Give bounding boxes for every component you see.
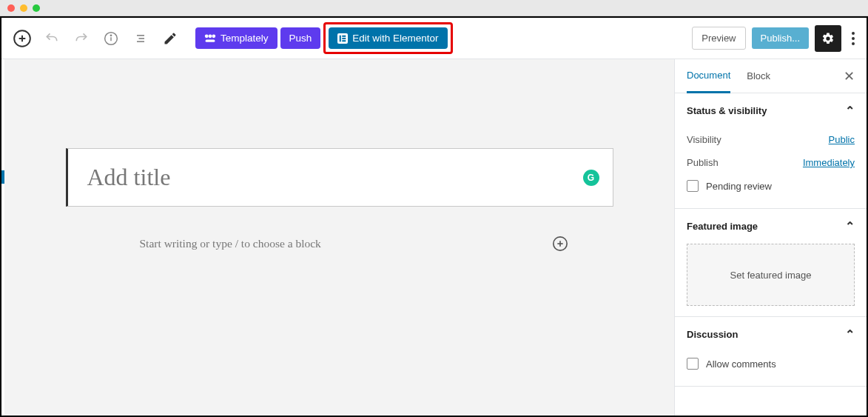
svg-rect-16 <box>343 40 346 41</box>
title-placeholder: Add title <box>87 164 171 190</box>
chevron-up-icon: ⌃ <box>845 327 855 341</box>
browser-titlebar <box>0 0 868 16</box>
svg-point-11 <box>212 34 215 38</box>
svg-point-5 <box>110 35 111 36</box>
allow-comments-checkbox[interactable] <box>687 358 699 370</box>
visibility-value[interactable]: Public <box>829 134 855 145</box>
editor-toolbar: Templately Push Edit with Elementor Prev… <box>1 18 867 59</box>
publish-value[interactable]: Immediately <box>803 157 855 168</box>
highlight-box: Edit with Elementor <box>323 22 452 54</box>
window-maximize-icon[interactable] <box>33 4 40 12</box>
pending-review-label: Pending review <box>706 181 772 192</box>
panel-featured-title: Featured image <box>687 221 758 232</box>
panel-status-title: Status & visibility <box>687 105 767 116</box>
publish-label: Publish <box>687 157 719 168</box>
grammarly-icon[interactable]: G <box>583 170 599 186</box>
pending-review-checkbox[interactable] <box>687 180 699 192</box>
svg-rect-13 <box>340 35 341 41</box>
allow-comments-label: Allow comments <box>706 358 776 370</box>
preview-label: Preview <box>702 33 736 44</box>
redo-button[interactable] <box>68 25 95 52</box>
window-minimize-icon[interactable] <box>20 4 27 12</box>
chevron-up-icon: ⌃ <box>845 219 855 233</box>
templately-icon <box>204 33 216 44</box>
svg-rect-12 <box>206 39 215 41</box>
featured-image-label: Set featured image <box>730 270 812 281</box>
svg-point-10 <box>209 34 212 38</box>
templately-button[interactable]: Templately <box>195 27 277 49</box>
outline-button[interactable] <box>127 25 154 52</box>
add-block-button[interactable] <box>9 25 36 52</box>
elementor-icon <box>337 33 348 44</box>
svg-point-9 <box>205 34 209 38</box>
panel-discussion-title: Discussion <box>687 329 738 340</box>
svg-rect-15 <box>343 37 346 39</box>
panel-featured-toggle[interactable]: Featured image ⌃ <box>675 209 867 244</box>
visibility-label: Visibility <box>687 134 721 145</box>
set-featured-image-button[interactable]: Set featured image <box>687 244 855 306</box>
post-title-input[interactable]: Add title G <box>66 148 613 207</box>
tab-block[interactable]: Block <box>747 60 770 92</box>
settings-sidebar: Document Block ✕ Status & visibility ⌃ V… <box>674 59 867 416</box>
tab-document[interactable]: Document <box>687 59 730 93</box>
window-close-icon[interactable] <box>7 4 15 12</box>
publish-label: Publish... <box>761 33 800 44</box>
push-button[interactable]: Push <box>280 27 321 49</box>
svg-rect-14 <box>343 35 346 36</box>
publish-button[interactable]: Publish... <box>752 27 809 49</box>
templately-label: Templately <box>221 33 269 44</box>
inline-add-block-button[interactable] <box>551 235 569 253</box>
chevron-up-icon: ⌃ <box>845 104 855 118</box>
elementor-label: Edit with Elementor <box>352 33 438 44</box>
undo-button[interactable] <box>38 25 65 52</box>
edit-with-elementor-button[interactable]: Edit with Elementor <box>329 27 447 49</box>
editor-canvas[interactable]: Add title G Start writing or type / to c… <box>4 59 674 416</box>
info-button[interactable] <box>98 25 124 52</box>
more-options-button[interactable] <box>847 32 859 45</box>
body-placeholder[interactable]: Start writing or type / to choose a bloc… <box>140 237 551 250</box>
push-label: Push <box>289 33 312 44</box>
panel-discussion-toggle[interactable]: Discussion ⌃ <box>675 317 867 352</box>
settings-button[interactable] <box>815 25 841 52</box>
preview-button[interactable]: Preview <box>692 27 745 50</box>
gear-icon <box>821 32 835 45</box>
close-sidebar-button[interactable]: ✕ <box>844 64 855 89</box>
panel-status-toggle[interactable]: Status & visibility ⌃ <box>675 93 867 128</box>
edit-button[interactable] <box>157 25 184 52</box>
